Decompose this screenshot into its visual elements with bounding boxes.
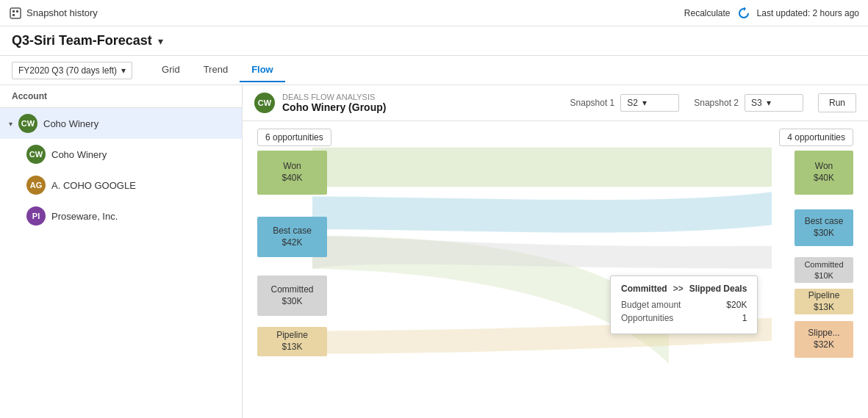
block-pipeline-left-label: Pipeline$13K <box>276 330 308 353</box>
sidebar-label-a-coho-google: A. COHO GOOGLE <box>51 180 136 191</box>
sidebar-label-coho-winery-group: Coho Winery <box>43 118 98 129</box>
chart-area: 6 opportunities 4 opportunities Won$40K <box>243 121 868 418</box>
snapshot2-group: Snapshot 2 S3 ▾ <box>694 94 803 112</box>
tab-grid[interactable]: Grid <box>150 58 192 82</box>
right-panel: CW DEALS FLOW ANALYSIS Coho Winery (Grou… <box>243 85 868 418</box>
opp-bubble-left: 6 opportunities <box>257 129 331 146</box>
controls-row: CW DEALS FLOW ANALYSIS Coho Winery (Grou… <box>243 85 868 121</box>
block-pipeline-right: Pipeline$13K <box>795 289 853 314</box>
sidebar-header: Account <box>0 85 242 108</box>
block-won-left: Won$40K <box>257 151 327 195</box>
period-chevron-icon: ▾ <box>121 65 126 76</box>
block-best-case-right: Best case$30K <box>795 209 853 246</box>
sidebar-label-proseware: Proseware, Inc. <box>51 211 118 222</box>
block-slipped-right: Slippe...$32K <box>795 321 853 358</box>
block-committed-right: Committed$10K <box>795 257 853 283</box>
sidebar-item-coho-winery-group[interactable]: ▾ CW Coho Winery <box>0 108 242 139</box>
snapshot2-value: S3 <box>751 98 762 108</box>
block-committed-right-label: Committed$10K <box>804 259 843 281</box>
snapshot1-value: S2 <box>627 98 638 108</box>
top-bar-right: Recalculate Recalculate Last updated: 2 … <box>684 7 859 19</box>
avatar-proseware: PI <box>26 206 46 226</box>
block-won-right-label: Won$40K <box>814 161 834 184</box>
snapshot2-chevron-icon: ▾ <box>767 98 771 108</box>
collapse-icon[interactable]: ▾ <box>9 120 12 128</box>
snapshot-history-label: Snapshot history <box>26 7 98 18</box>
tooltip-header: Committed >> Slipped Deals <box>621 284 747 294</box>
snapshot1-chevron-icon: ▾ <box>642 98 647 108</box>
snapshot2-label: Snapshot 2 <box>694 98 739 108</box>
sidebar-item-proseware[interactable]: PI Proseware, Inc. <box>0 201 242 231</box>
top-bar: Snapshot history Recalculate Recalculate… <box>0 0 868 26</box>
recalculate-button[interactable]: Recalculate <box>684 8 731 18</box>
block-best-case-left: Best case$42K <box>257 217 327 257</box>
snapshot2-select[interactable]: S3 ▾ <box>745 94 803 112</box>
sidebar-item-coho-winery[interactable]: CW Coho Winery <box>0 139 242 170</box>
forecast-title: Q3-Siri Team-Forecast <box>12 33 152 48</box>
block-won-right: Won$40K <box>795 151 853 195</box>
tooltip-budget-label: Budget amount <box>621 300 681 310</box>
chevron-down-icon[interactable]: ▾ <box>158 35 163 47</box>
deals-subtitle: DEALS FLOW ANALYSIS <box>282 93 386 101</box>
tooltip-from: Committed <box>621 284 667 294</box>
tooltip-budget-value: $20K <box>726 300 747 310</box>
deals-avatar: CW <box>254 93 275 113</box>
last-updated-label: Last updated: 2 hours ago <box>757 8 859 18</box>
tooltip-to: Slipped Deals <box>689 284 747 294</box>
tooltip-box: Committed >> Slipped Deals Budget amount… <box>610 275 758 334</box>
period-value: FY2020 Q3 (70 days left) <box>18 65 117 76</box>
snapshot1-group: Snapshot 1 S2 ▾ <box>570 94 680 112</box>
block-committed-left-label: Committed$30K <box>270 284 313 307</box>
svg-rect-0 <box>10 8 21 18</box>
tab-trend[interactable]: Trend <box>192 58 240 82</box>
block-best-case-right-label: Best case$30K <box>805 216 844 239</box>
main-layout: Account ▾ CW Coho Winery CW Coho Winery … <box>0 85 868 418</box>
deals-header: CW DEALS FLOW ANALYSIS Coho Winery (Grou… <box>254 93 386 113</box>
opp-bubble-right: 4 opportunities <box>779 129 853 146</box>
block-committed-left: Committed$30K <box>257 275 327 316</box>
avatar-coho-winery: CW <box>26 145 46 164</box>
deals-title-block: DEALS FLOW ANALYSIS Coho Winery (Group) <box>282 93 386 113</box>
tab-row: FY2020 Q3 (70 days left) ▾ Grid Trend Fl… <box>0 56 868 85</box>
sidebar: Account ▾ CW Coho Winery CW Coho Winery … <box>0 85 243 418</box>
svg-rect-3 <box>12 14 15 16</box>
block-won-left-label: Won$40K <box>281 161 302 184</box>
tooltip-arrow-icon: >> <box>673 284 684 294</box>
svg-rect-1 <box>12 10 15 12</box>
top-bar-left: Snapshot history <box>9 7 98 20</box>
snapshot1-select[interactable]: S2 ▾ <box>620 94 679 112</box>
block-pipeline-right-label: Pipeline$13K <box>808 290 840 313</box>
tooltip-row-budget: Budget amount $20K <box>621 300 747 310</box>
block-pipeline-left: Pipeline$13K <box>257 327 327 356</box>
block-slipped-right-label: Slippe...$32K <box>808 328 839 350</box>
tooltip-opps-label: Opportunities <box>621 313 673 323</box>
flow-chart-svg <box>243 121 868 418</box>
avatar-a-coho-google: AG <box>26 176 46 195</box>
run-button[interactable]: Run <box>818 93 856 112</box>
sidebar-label-coho-winery: Coho Winery <box>51 149 107 160</box>
avatar-coho-winery-group: CW <box>18 114 37 133</box>
deals-title: Coho Winery (Group) <box>282 101 386 113</box>
svg-rect-2 <box>16 10 18 12</box>
block-best-case-left-label: Best case$42K <box>273 226 312 248</box>
snapshot-icon <box>9 7 22 20</box>
tooltip-row-opps: Opportunities 1 <box>621 313 747 323</box>
snapshot1-label: Snapshot 1 <box>570 98 615 108</box>
period-select[interactable]: FY2020 Q3 (70 days left) ▾ <box>12 62 132 79</box>
header-row: Q3-Siri Team-Forecast ▾ <box>0 26 868 56</box>
refresh-icon[interactable] <box>738 7 750 19</box>
tab-flow[interactable]: Flow <box>240 58 285 82</box>
tooltip-opps-value: 1 <box>742 313 747 323</box>
sidebar-item-a-coho-google[interactable]: AG A. COHO GOOGLE <box>0 170 242 201</box>
